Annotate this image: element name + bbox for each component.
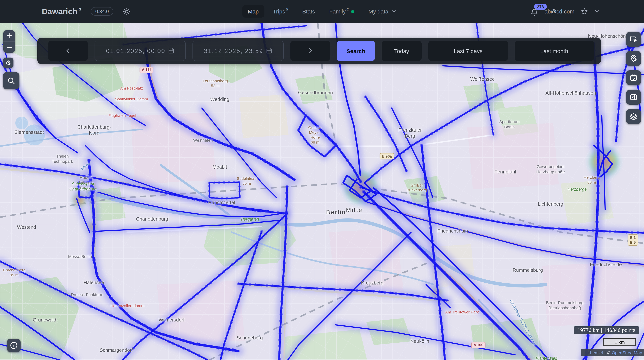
navbar-right: 273 ab@cd.com xyxy=(530,0,600,23)
tab-label: Map xyxy=(248,8,259,14)
attribution-separator: | xyxy=(604,350,606,355)
tab-my-data[interactable]: My data xyxy=(363,5,402,18)
info-icon xyxy=(10,341,18,350)
alpha-sup: α xyxy=(286,7,288,11)
user-email: ab@cd.com xyxy=(544,8,574,14)
zoom-out-button[interactable] xyxy=(3,42,15,53)
last-7-days-button[interactable]: Last 7 days xyxy=(428,41,508,61)
chevron-down-icon xyxy=(391,9,396,14)
online-status-dot xyxy=(351,10,354,13)
tab-stats[interactable]: Stats xyxy=(296,5,320,18)
map-attribution: Leaflet | © OpenStreetMap xyxy=(581,349,644,356)
star-icon xyxy=(581,8,588,15)
leaflet-link[interactable]: Leaflet xyxy=(590,350,603,355)
zoom-in-button[interactable] xyxy=(3,30,15,41)
layers-icon xyxy=(630,112,638,121)
openstreetmap-link[interactable]: OpenStreetMap xyxy=(612,350,642,355)
end-datetime-input[interactable]: 31.12.2025, 23:59 xyxy=(192,41,284,61)
search-icon xyxy=(7,77,15,85)
today-button[interactable]: Today xyxy=(382,41,422,61)
version-badge: 0.34.0 xyxy=(91,7,113,16)
map-search-button[interactable] xyxy=(3,72,20,89)
search-button[interactable]: Search xyxy=(337,41,375,61)
area-select-icon xyxy=(630,35,638,43)
map-settings-button[interactable]: ⚙ xyxy=(3,58,14,68)
plus-icon xyxy=(6,33,12,39)
tab-family[interactable]: Familyα xyxy=(324,5,360,18)
map-pin-check-icon xyxy=(630,54,638,62)
gear-icon: ⚙ xyxy=(6,60,11,66)
toggle-panel-button[interactable] xyxy=(626,90,641,105)
bell-icon xyxy=(530,8,538,16)
panel-left-close-icon xyxy=(630,93,638,101)
navbar: Dawarichα 0.34.0 MapTripsαStatsFamilyαMy… xyxy=(0,0,644,23)
app-logo-text: Dawarich xyxy=(42,7,77,16)
tab-map[interactable]: Map xyxy=(242,5,264,18)
tab-label: Family xyxy=(329,8,346,14)
tab-label: Stats xyxy=(302,8,315,14)
track-location-button[interactable] xyxy=(626,51,641,66)
date-range-toolbar: 01.01.2025, 00:00 31.12.2025, 23:59 Sear… xyxy=(38,38,601,64)
calendar-select-button[interactable] xyxy=(626,70,641,85)
start-datetime-value: 01.01.2025, 00:00 xyxy=(106,47,165,54)
tab-trips[interactable]: Tripsα xyxy=(267,5,294,18)
map-canvas[interactable]: SiemensstadtCharlottenburg- NordWeddingG… xyxy=(0,23,644,360)
chevron-left-icon xyxy=(65,48,71,54)
previous-range-button[interactable] xyxy=(48,41,88,61)
end-datetime-value: 31.12.2025, 23:59 xyxy=(204,47,263,54)
alpha-sup: α xyxy=(346,7,349,11)
favorite-button[interactable] xyxy=(581,8,588,15)
zoom-control xyxy=(3,30,15,53)
navbar-left: Dawarichα 0.34.0 xyxy=(0,7,130,16)
tab-label: Trips xyxy=(273,8,285,14)
copyright-symbol: © xyxy=(607,350,610,355)
start-datetime-input[interactable]: 01.01.2025, 00:00 xyxy=(94,41,186,61)
alpha-sup: α xyxy=(78,6,81,11)
layers-button[interactable] xyxy=(626,109,641,124)
ukraine-flag-icon xyxy=(584,351,589,354)
notification-count-badge: 273 xyxy=(534,4,547,10)
chevron-down-icon xyxy=(594,8,600,14)
map-scale-bar: 1 km xyxy=(603,338,636,346)
tab-label: My data xyxy=(368,8,388,14)
calendar-icon[interactable] xyxy=(266,48,272,54)
main-nav-tabs: MapTripsαStatsFamilyαMy data xyxy=(242,0,402,23)
next-range-button[interactable] xyxy=(290,41,330,61)
theme-toggle-button[interactable] xyxy=(123,8,130,15)
last-month-button[interactable]: Last month xyxy=(515,41,594,61)
notifications-button[interactable]: 273 xyxy=(530,6,538,16)
app-logo[interactable]: Dawarichα xyxy=(42,7,81,16)
dawarich-app: Dawarichα 0.34.0 MapTripsαStatsFamilyαMy… xyxy=(0,0,644,360)
sun-icon xyxy=(123,8,130,15)
basemap-svg xyxy=(0,23,644,360)
user-menu-button[interactable] xyxy=(594,8,600,14)
minus-icon xyxy=(6,44,12,50)
area-select-button[interactable] xyxy=(626,32,641,47)
calendar-icon[interactable] xyxy=(168,48,174,54)
chevron-right-icon xyxy=(307,48,313,54)
map-info-button[interactable] xyxy=(7,339,20,352)
distance-points-stats: 19776 km | 146346 points xyxy=(574,326,639,334)
calendar-check-icon xyxy=(630,74,638,82)
